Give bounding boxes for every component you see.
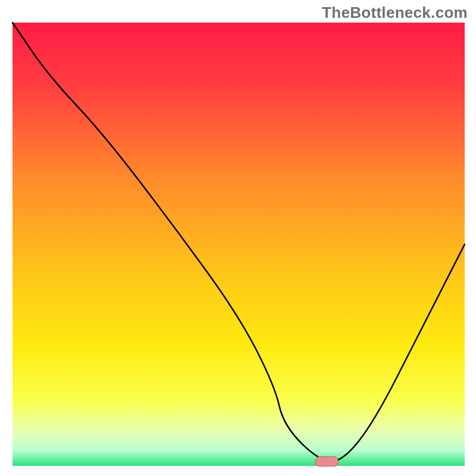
- watermark-text: TheBottleneck.com: [322, 4, 468, 22]
- bottleneck-chart: TheBottleneck.com: [0, 0, 476, 476]
- plot-background: [12, 23, 465, 466]
- optimal-marker: [315, 456, 338, 466]
- chart-svg: [0, 0, 476, 476]
